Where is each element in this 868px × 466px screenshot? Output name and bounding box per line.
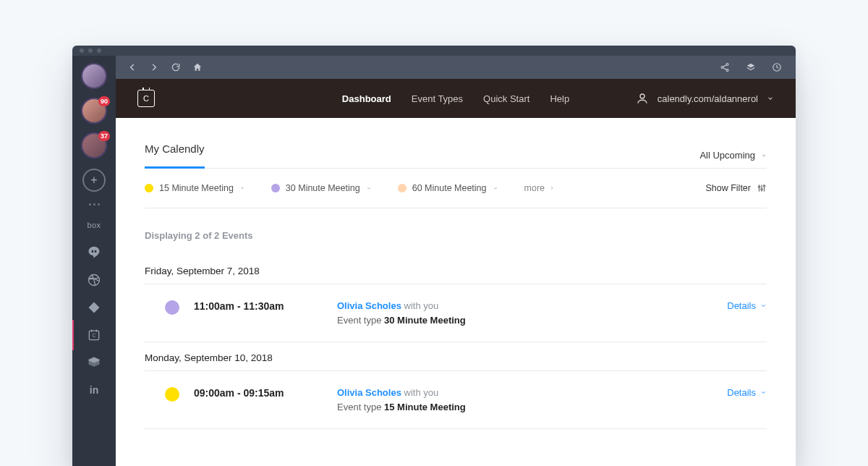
- event-row: 11:00am - 11:30am Olivia Scholes with yo…: [145, 284, 767, 342]
- upcoming-dropdown[interactable]: All Upcoming: [699, 150, 767, 161]
- svg-point-13: [640, 94, 644, 98]
- chevron-down-icon: [760, 389, 767, 396]
- window-max-dot[interactable]: [97, 48, 101, 53]
- linkedin-app-icon[interactable]: in: [86, 382, 102, 398]
- more-dots-icon: [89, 203, 100, 206]
- chevron-right-icon: [549, 185, 555, 191]
- meeting-type-15[interactable]: 15 Minute Meeting: [145, 183, 245, 193]
- color-swatch-yellow: [145, 184, 153, 192]
- event-type: 15 Minute Meeting: [384, 402, 466, 412]
- add-workspace-button[interactable]: +: [82, 169, 106, 192]
- back-button[interactable]: [122, 56, 143, 79]
- left-sidebar: 90 37 + box C in: [72, 56, 116, 466]
- user-icon: [636, 92, 649, 105]
- notification-badge: 90: [98, 96, 110, 106]
- date-group-heading: Monday, September 10, 2018: [145, 342, 767, 371]
- svg-point-19: [763, 185, 765, 187]
- event-color-swatch: [165, 300, 179, 315]
- dribbble-app-icon[interactable]: [86, 272, 102, 288]
- chevron-down-icon: [493, 185, 498, 191]
- svg-line-10: [723, 65, 726, 67]
- meeting-type-60[interactable]: 60 Minute Meeting: [398, 183, 498, 193]
- dropdown-label: All Upcoming: [699, 150, 755, 161]
- nav-links: Dashboard Event Types Quick Start Help: [342, 93, 569, 104]
- content-area: My Calendly All Upcoming 15 Minute Meeti…: [116, 118, 796, 466]
- box-app-icon[interactable]: box: [86, 217, 102, 233]
- nav-dashboard[interactable]: Dashboard: [342, 93, 391, 104]
- event-summary: Olivia Scholes with you Event type 15 Mi…: [337, 386, 727, 414]
- event-with: with you: [404, 300, 439, 311]
- meeting-type-label: 15 Minute Meeting: [159, 183, 234, 193]
- chevron-down-icon: [761, 153, 767, 158]
- color-swatch-peach: [398, 184, 407, 192]
- event-person: Olivia Scholes: [337, 300, 401, 311]
- user-menu[interactable]: calendly.com/aldannerol: [636, 92, 774, 105]
- meeting-types-row: 15 Minute Meeting 30 Minute Meeting 60 M…: [145, 169, 767, 208]
- svg-point-17: [761, 189, 762, 190]
- chevron-down-icon: [767, 95, 774, 102]
- diamond-app-icon[interactable]: [86, 300, 102, 315]
- window-min-dot[interactable]: [88, 48, 93, 53]
- svg-rect-0: [92, 250, 94, 253]
- share-button[interactable]: [712, 56, 738, 79]
- app-navbar: C Dashboard Event Types Quick Start Help…: [116, 79, 796, 118]
- chevron-down-icon: [366, 185, 372, 191]
- nav-quick-start[interactable]: Quick Start: [483, 93, 529, 104]
- svg-text:C: C: [93, 333, 96, 338]
- window-close-dot[interactable]: [80, 48, 84, 53]
- svg-point-8: [721, 67, 723, 69]
- forward-button[interactable]: [143, 56, 165, 79]
- svg-rect-1: [95, 250, 97, 253]
- hangouts-app-icon[interactable]: [86, 245, 102, 260]
- sliders-icon: [757, 183, 767, 193]
- event-color-swatch: [165, 387, 179, 402]
- calendly-app-icon[interactable]: C: [86, 327, 102, 343]
- meeting-type-label: 60 Minute Meeting: [412, 183, 487, 193]
- event-summary: Olivia Scholes with you Event type 30 Mi…: [337, 299, 727, 327]
- date-group-heading: Friday, September 7, 2018: [145, 255, 767, 284]
- workspace-avatar-1[interactable]: [82, 64, 106, 88]
- reload-button[interactable]: [165, 56, 187, 79]
- window-titlebar: [72, 46, 796, 56]
- nav-help[interactable]: Help: [550, 93, 569, 104]
- workspace-avatar-3[interactable]: 37: [82, 134, 106, 157]
- event-time: 09:00am - 09:15am: [194, 386, 337, 399]
- meeting-type-30[interactable]: 30 Minute Meeting: [271, 183, 372, 193]
- history-button[interactable]: [764, 56, 790, 79]
- user-url: calendly.com/aldannerol: [658, 93, 758, 104]
- chevron-down-icon: [239, 185, 245, 191]
- event-with: with you: [404, 387, 439, 398]
- event-row: 09:00am - 09:15am Olivia Scholes with yo…: [145, 371, 767, 429]
- event-details-link[interactable]: Details: [727, 299, 767, 311]
- meeting-type-label: 30 Minute Meeting: [286, 183, 360, 193]
- tab-my-calendly[interactable]: My Calendly: [145, 143, 205, 169]
- tab-row: My Calendly All Upcoming: [145, 143, 767, 169]
- show-filter-button[interactable]: Show Filter: [705, 183, 767, 193]
- event-type: 30 Minute Meeting: [384, 315, 466, 326]
- calendly-logo[interactable]: C: [137, 90, 155, 107]
- box-3d-app-icon[interactable]: [86, 355, 102, 370]
- svg-line-11: [723, 68, 726, 70]
- chevron-down-icon: [760, 302, 767, 309]
- home-button[interactable]: [187, 56, 208, 79]
- displaying-count: Displaying 2 of 2 Events: [145, 208, 767, 255]
- event-details-link[interactable]: Details: [727, 386, 767, 398]
- svg-point-9: [726, 69, 728, 72]
- more-types-link[interactable]: more: [524, 183, 555, 193]
- layers-button[interactable]: [738, 56, 764, 79]
- nav-event-types[interactable]: Event Types: [412, 93, 463, 104]
- workspace-avatar-2[interactable]: 90: [82, 99, 106, 122]
- browser-toolbar: [116, 56, 796, 79]
- svg-point-7: [726, 63, 728, 65]
- svg-point-15: [758, 186, 760, 187]
- event-time: 11:00am - 11:30am: [194, 299, 337, 312]
- app-window: 90 37 + box C in: [72, 46, 796, 466]
- event-person: Olivia Scholes: [337, 387, 401, 398]
- notification-badge: 37: [98, 131, 110, 141]
- color-swatch-purple: [271, 184, 280, 192]
